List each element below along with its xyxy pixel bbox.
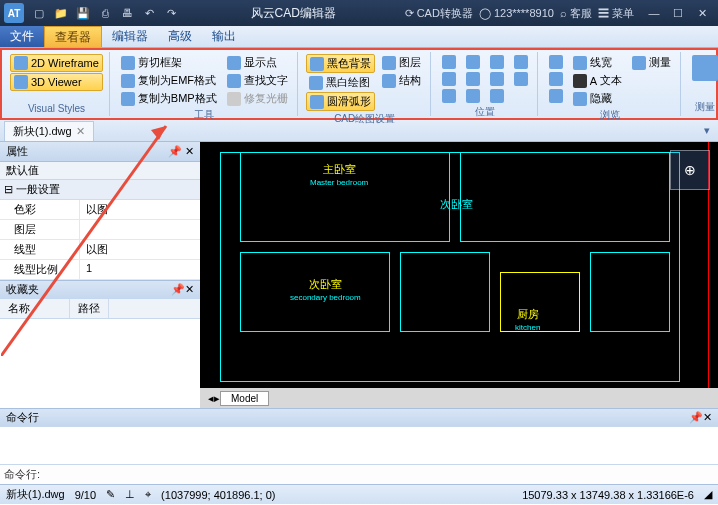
- saveas-icon[interactable]: ⎙: [97, 5, 113, 21]
- blackbg-button[interactable]: 黑色背景: [306, 54, 375, 73]
- property-row[interactable]: 图层: [0, 220, 200, 240]
- menu-advanced[interactable]: 高级: [158, 26, 202, 47]
- minimize-button[interactable]: —: [642, 4, 666, 22]
- panel-close-icon[interactable]: ✕: [185, 145, 194, 157]
- measure-icon: [632, 56, 646, 70]
- title-bar: AT ▢ 📁 💾 ⎙ 🖶 ↶ ↷ 风云CAD编辑器 ⟳ CAD转换器 ◯ 123…: [0, 0, 718, 26]
- fav-name-col[interactable]: 名称: [0, 299, 70, 318]
- command-history[interactable]: [0, 426, 718, 464]
- model-tab-button[interactable]: Model: [220, 391, 269, 406]
- mark-button[interactable]: 显示点: [224, 54, 291, 71]
- br1-button[interactable]: [546, 54, 566, 70]
- pos11-button[interactable]: [511, 71, 531, 87]
- br2-icon: [549, 72, 563, 86]
- property-row[interactable]: 色彩以图: [0, 200, 200, 220]
- br3-button[interactable]: [546, 88, 566, 104]
- close-button[interactable]: ✕: [690, 4, 714, 22]
- pos2-icon: [442, 72, 456, 86]
- layer-button[interactable]: 图层: [379, 54, 424, 71]
- default-row[interactable]: 默认值: [0, 162, 200, 180]
- ribbon-browse: 线宽 A 文本 隐藏 测量 浏览: [540, 52, 681, 116]
- sec-label: 次卧室secondary bedroom: [290, 277, 361, 302]
- document-tab[interactable]: 新块(1).dwg ✕: [4, 121, 94, 141]
- pos7-icon: [490, 55, 504, 69]
- emf-button[interactable]: 复制为EMF格式: [118, 72, 220, 89]
- status-tool1-icon[interactable]: ✎: [106, 488, 115, 501]
- menu-output[interactable]: 输出: [202, 26, 246, 47]
- 3dviewer-button[interactable]: 3D Viewer: [10, 73, 103, 91]
- fav-path-col[interactable]: 路径: [70, 299, 109, 318]
- text-button[interactable]: A 文本: [570, 72, 625, 89]
- smooth-button[interactable]: 圆滑弧形: [306, 92, 375, 111]
- pos6-button[interactable]: [463, 88, 483, 104]
- converter-link[interactable]: ⟳ CAD转换器: [405, 6, 473, 21]
- pos5-icon: [466, 72, 480, 86]
- bmp-button[interactable]: 复制为BMP格式: [118, 90, 220, 107]
- measure-button[interactable]: 测量: [629, 54, 674, 71]
- cut-icon: [121, 56, 135, 70]
- status-tool2-icon[interactable]: ⊥: [125, 488, 135, 501]
- fav-pin-icon[interactable]: 📌: [171, 283, 185, 296]
- linew-button[interactable]: 线宽: [570, 54, 625, 71]
- open-icon[interactable]: 📁: [53, 5, 69, 21]
- prop-value[interactable]: 以图: [80, 200, 200, 219]
- pos3-button[interactable]: [439, 88, 459, 104]
- property-row[interactable]: 线型比例1: [0, 260, 200, 280]
- pos10-button[interactable]: [511, 54, 531, 70]
- pos8-icon: [490, 72, 504, 86]
- new-icon[interactable]: ▢: [31, 5, 47, 21]
- property-row[interactable]: 线型以图: [0, 240, 200, 260]
- pos9-button[interactable]: [487, 88, 507, 104]
- tab-dropdown-icon[interactable]: ▾: [704, 124, 710, 137]
- br2-button[interactable]: [546, 71, 566, 87]
- command-prompt: 命令行:: [4, 467, 40, 482]
- menu-editor[interactable]: 编辑器: [102, 26, 158, 47]
- struct-button[interactable]: 结构: [379, 72, 424, 89]
- general-section[interactable]: ⊟ 一般设置: [0, 180, 200, 200]
- prop-key: 线型: [0, 240, 80, 259]
- pos5-button[interactable]: [463, 71, 483, 87]
- service-link[interactable]: ⌕ 客服: [560, 6, 592, 21]
- pin-icon[interactable]: 📌: [168, 145, 182, 157]
- status-bar: 新块(1).dwg 9/10 ✎ ⊥ ⌖ (1037999; 401896.1;…: [0, 484, 718, 504]
- prop-value[interactable]: 以图: [80, 240, 200, 259]
- status-tool3-icon[interactable]: ⌖: [145, 488, 151, 501]
- cmd-pin-icon[interactable]: 📌: [689, 411, 703, 424]
- menu-file[interactable]: 文件: [0, 26, 44, 47]
- redo-icon[interactable]: ↷: [163, 5, 179, 21]
- status-resize-icon[interactable]: ◢: [704, 488, 712, 501]
- measure2-button[interactable]: [689, 54, 718, 82]
- pos2-button[interactable]: [439, 71, 459, 87]
- repair-button[interactable]: 修复光栅: [224, 90, 291, 107]
- pos4-button[interactable]: [463, 54, 483, 70]
- user-label[interactable]: ◯ 123****8910: [479, 7, 554, 20]
- mark-icon: [227, 56, 241, 70]
- cut-button[interactable]: 剪切框架: [118, 54, 220, 71]
- bwdraw-button[interactable]: 黑白绘图: [306, 74, 375, 91]
- status-dims: 15079.33 x 13749.38 x 1.33166E-6: [522, 489, 694, 501]
- print-icon[interactable]: 🖶: [119, 5, 135, 21]
- prop-value[interactable]: [80, 220, 200, 239]
- menu-viewer[interactable]: 查看器: [44, 26, 102, 47]
- pos1-button[interactable]: [439, 54, 459, 70]
- browse-label: 浏览: [546, 107, 674, 122]
- fav-close-icon[interactable]: ✕: [185, 283, 194, 296]
- pos8-button[interactable]: [487, 71, 507, 87]
- pos7-button[interactable]: [487, 54, 507, 70]
- drawing-canvas[interactable]: 主卧室Master bedroom 次卧室 次卧室secondary bedro…: [200, 142, 718, 388]
- bmp-icon: [121, 92, 135, 106]
- tab-close-icon[interactable]: ✕: [76, 125, 85, 138]
- find-button[interactable]: 查找文字: [224, 72, 291, 89]
- wireframe-button[interactable]: 2D Wireframe: [10, 54, 103, 72]
- cmd-close-icon[interactable]: ✕: [703, 411, 712, 424]
- command-input[interactable]: [44, 469, 714, 481]
- app-icon: AT: [4, 3, 24, 23]
- menu-link[interactable]: ☰ 菜单: [598, 6, 634, 21]
- maximize-button[interactable]: ☐: [666, 4, 690, 22]
- prop-key: 图层: [0, 220, 80, 239]
- prop-value[interactable]: 1: [80, 260, 200, 279]
- view-cube[interactable]: ⊕: [670, 150, 710, 190]
- save-icon[interactable]: 💾: [75, 5, 91, 21]
- hide-button[interactable]: 隐藏: [570, 90, 625, 107]
- undo-icon[interactable]: ↶: [141, 5, 157, 21]
